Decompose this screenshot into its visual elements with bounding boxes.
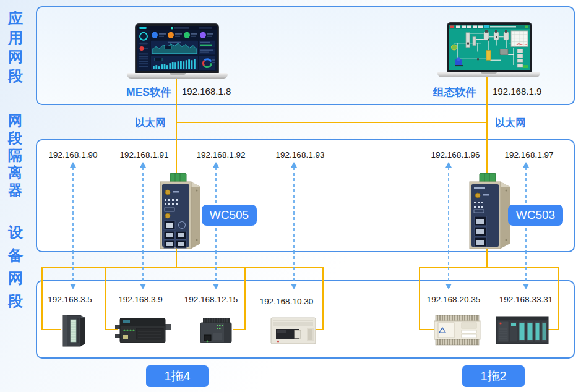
plc-compact-icon [198, 317, 234, 345]
wc503-ratio-badge: 1拖2 [462, 365, 525, 387]
scada-ip-label: 192.168.1.9 [493, 86, 541, 96]
bus-drop-5 [419, 267, 420, 330]
bus-drop-1 [41, 267, 43, 330]
bus-stub-1 [41, 329, 61, 330]
nat-mapping-arrow-2 [139, 162, 147, 289]
wc503-model-badge: WC503 [508, 205, 563, 226]
plc-device-1 [59, 313, 88, 347]
device-ip-5: 192.168.20.35 [427, 295, 480, 304]
wan-ip-1: 192.168.1.90 [49, 150, 98, 160]
wc503-gateway [461, 172, 515, 252]
network-topology-diagram: 应用网段 网段隔离器 设备网段 [0, 0, 581, 392]
nat-mapping-arrow-6 [522, 162, 530, 289]
wan-ip-2: 192.168.1.91 [120, 150, 169, 160]
nat-mapping-arrow-3 [212, 162, 220, 289]
scada-laptop-screen [447, 22, 532, 72]
mes-laptop-base [127, 73, 228, 79]
segment-title-application: 应用网段 [7, 9, 24, 85]
plc-device-5 [433, 314, 481, 346]
nat-mapping-arrow-1 [69, 162, 77, 289]
scada-software-label: 组态软件 [418, 85, 476, 100]
industrial-gateway-3port-icon [461, 172, 515, 252]
ethernet-label-left: 以太网 [135, 116, 166, 130]
device-ip-2: 192.168.3.9 [118, 295, 162, 304]
plc-terminal-icon [433, 314, 481, 346]
segment-title-isolator: 网段隔离器 [7, 112, 23, 198]
bus-drop-4 [322, 267, 324, 330]
plc-module-icon [59, 313, 88, 347]
scada-laptop-base [437, 72, 540, 77]
ethernet-label-right: 以太网 [495, 116, 526, 130]
mes-ip-label: 192.168.1.8 [182, 86, 231, 96]
plc-device-4 [270, 315, 317, 346]
industrial-gateway-5port-icon [152, 172, 206, 252]
wan-ip-5: 192.168.1.96 [431, 150, 480, 160]
bus-stub-3 [233, 329, 246, 330]
ethernet-backbone-line [176, 122, 488, 123]
wc505-ratio-badge: 1拖4 [146, 365, 209, 387]
bus-stub-4 [316, 329, 324, 330]
device-ip-1: 192.168.3.5 [48, 295, 92, 304]
wan-ip-4: 192.168.1.93 [276, 150, 325, 160]
plc-wide-icon [115, 315, 171, 346]
bus-drop-3 [244, 267, 246, 330]
segment-title-device: 设备网段 [7, 221, 24, 312]
plc-device-6 [495, 313, 549, 347]
plc-device-2 [115, 315, 171, 346]
wan-ip-6: 192.168.1.97 [505, 150, 554, 160]
nat-mapping-arrow-5 [444, 162, 453, 289]
plc-fx-icon [270, 315, 317, 346]
bus-drop-2 [105, 267, 106, 330]
device-ip-3: 192.168.12.15 [184, 295, 238, 304]
wan-ip-3: 192.168.1.92 [197, 150, 246, 160]
device-ip-4: 192.168.10.30 [260, 297, 313, 306]
mes-software-label: MES软件 [111, 85, 171, 100]
wc505-model-badge: WC505 [202, 205, 257, 226]
mes-laptop-screen [135, 23, 219, 74]
bus-drop-6 [558, 267, 559, 330]
nat-mapping-arrow-4 [290, 162, 298, 289]
plc-device-3 [198, 317, 234, 345]
plc-rack-icon [495, 313, 549, 347]
wc505-gateway [152, 172, 206, 252]
device-ip-6: 192.168.33.31 [499, 295, 553, 304]
bus-stub-6 [548, 329, 559, 330]
bus-line-wc503 [419, 267, 559, 268]
laptop-scada-hmi-icon [449, 25, 530, 70]
laptop-mes-dashboard-icon [137, 26, 217, 71]
bus-line-wc505 [41, 267, 324, 268]
